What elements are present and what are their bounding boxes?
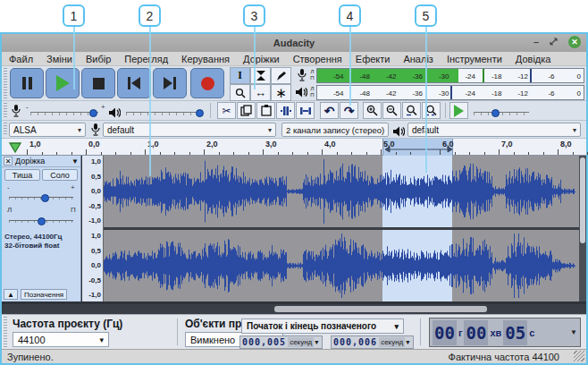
menu-11[interactable]: Довідка (516, 54, 551, 64)
selection-mode-dropdown[interactable]: Початок і кінець позначеного▾ (241, 318, 404, 334)
menu-2[interactable]: Зміни (46, 54, 72, 64)
timeline-ruler[interactable]: 1,00,01,02,03,04,05,06,07,08,0 (2, 139, 586, 156)
select-track-button[interactable]: Позначення (21, 289, 67, 300)
solo-button[interactable]: Соло (42, 169, 78, 181)
magnifier-icon (235, 88, 246, 98)
chevron-down-icon[interactable]: ▼ (570, 328, 577, 336)
waveform-display[interactable] (104, 156, 579, 301)
toolbar-grip[interactable] (4, 68, 7, 98)
track-menu-dropdown-icon[interactable]: ▼ (71, 157, 79, 166)
menu-1[interactable]: Файл (9, 54, 33, 64)
recording-volume-slider[interactable] (30, 112, 98, 115)
selection-tool-button[interactable]: I (230, 67, 250, 84)
playback-speed-thumb[interactable] (491, 109, 500, 117)
menu-10[interactable]: Інструменти (447, 54, 502, 64)
horizontal-scrollbar[interactable] (2, 304, 586, 314)
close-button[interactable]: ✕ (568, 36, 581, 48)
playback-volume-thumb[interactable] (196, 109, 204, 117)
skip-to-end-button[interactable] (153, 68, 187, 98)
silence-icon (299, 106, 312, 116)
multi-tool-button[interactable]: ∗ (271, 84, 291, 101)
selection-start-field[interactable]: 000,005 секунд ▼ (239, 335, 323, 349)
track-gain-slider[interactable] (9, 197, 73, 199)
menu-3[interactable]: Вибір (86, 54, 111, 64)
title-bar[interactable]: Audacity – ✕ (2, 34, 586, 52)
callout-line-3 (254, 27, 256, 89)
ruler-major-tick (86, 149, 87, 155)
recording-meter[interactable]: -54-48-42-36-30-24-18-12-60 (316, 68, 584, 83)
undo-button[interactable]: ↶ (320, 102, 339, 119)
toolbar-grip[interactable] (4, 317, 7, 347)
envelope-icon (256, 70, 266, 81)
trim-audio-button[interactable] (276, 102, 295, 119)
ruler-time-label: 8,0 (560, 140, 572, 149)
ruler-minor-tick (160, 152, 161, 155)
zoom-to-selection-button[interactable] (402, 102, 421, 119)
playback-meter[interactable]: -54-48-42-36-30-24-18-12-60 (316, 85, 584, 100)
track-name[interactable]: Доріжка (15, 157, 69, 166)
selection-end-field[interactable]: 000,006 секунд ▼ (331, 335, 414, 349)
paste-button[interactable] (256, 102, 275, 119)
stop-button[interactable] (81, 68, 115, 98)
track-pan-thumb[interactable] (38, 217, 46, 225)
double-arrow-icon: ↔ (255, 86, 266, 99)
vertical-scrollbar-thumb[interactable] (580, 157, 585, 243)
track-gain-thumb[interactable] (41, 194, 49, 202)
track-control-panel[interactable]: ✕ Доріжка ▼ Тиша Соло - + Л П Стерео, 44… (2, 156, 81, 301)
gain-minus-label: - (26, 103, 29, 111)
record-button[interactable] (190, 68, 224, 98)
waveform-channel-left[interactable] (104, 156, 579, 227)
menu-9[interactable]: Аналіз (403, 54, 433, 64)
chevron-down-icon[interactable]: ▼ (315, 339, 319, 346)
waveform-channel-right[interactable] (104, 230, 579, 301)
ruler-major-tick (263, 149, 264, 155)
input-device-dropdown[interactable]: default▾ (103, 123, 276, 137)
playback-speed-slider[interactable] (474, 112, 529, 115)
amplitude-scale-label: 0,0 (91, 261, 101, 269)
meter-scale-label: -54 (333, 89, 344, 98)
audio-position-display[interactable]: 00 г 00 хв 05 с ▼ (429, 318, 581, 347)
collapse-track-button[interactable]: ▲ (4, 289, 18, 300)
zoom-in-button[interactable] (363, 102, 382, 119)
track-close-icon[interactable]: ✕ (4, 157, 13, 166)
screenshot-stage: 12345 Audacity – ✕ ФайлЗміниВибірПерегля… (0, 0, 588, 365)
track-pan-slider[interactable] (9, 220, 73, 223)
pan-left-label: Л (7, 206, 12, 214)
toolbar-grip[interactable] (4, 123, 7, 136)
vertical-scale-ruler[interactable]: 1,00,50,0-0,5-1,01,00,50,0-0,5-1,0 (82, 156, 104, 301)
menu-7[interactable]: Створення (293, 54, 342, 64)
project-rate-dropdown[interactable]: 44100▾ (13, 332, 109, 347)
mixer-mic-icon (12, 105, 21, 121)
position-seconds: 05 (503, 320, 527, 345)
minimize-button-icon[interactable]: – (533, 36, 539, 48)
zoom-tool-button[interactable] (230, 84, 250, 101)
input-channels-dropdown[interactable]: 2 канали запису (стерео)▾ (281, 123, 389, 137)
output-device-dropdown[interactable]: default▾ (407, 123, 581, 137)
vertical-scrollbar[interactable] (579, 156, 586, 301)
resize-grip[interactable] (574, 351, 584, 361)
toolbar-row-1: I ↔ ∗ ЛП -54-48-42-36-30-24- (2, 66, 586, 101)
menu-5[interactable]: Керування (181, 54, 230, 64)
audio-host-dropdown[interactable]: ALSA▾ (9, 123, 86, 137)
skip-to-start-button[interactable] (117, 68, 151, 98)
silence-audio-button[interactable] (296, 102, 315, 119)
horizontal-scrollbar-thumb[interactable] (274, 306, 487, 312)
ruler-minor-tick (337, 152, 338, 155)
mute-button[interactable]: Тиша (4, 169, 40, 181)
track-header[interactable]: ✕ Доріжка ▼ (2, 156, 80, 167)
zoom-out-button[interactable] (382, 102, 401, 119)
copy-button[interactable] (237, 102, 256, 119)
pause-button[interactable] (10, 68, 44, 98)
menu-8[interactable]: Ефекти (356, 54, 391, 64)
maximize-button-icon[interactable] (550, 36, 558, 48)
playback-volume-slider[interactable] (126, 112, 201, 115)
menu-6[interactable]: Доріжки (243, 54, 280, 64)
menu-4[interactable]: Перегляд (124, 54, 168, 64)
chevron-down-icon[interactable]: ▼ (406, 339, 410, 346)
draw-tool-button[interactable] (271, 67, 291, 84)
recording-volume-thumb[interactable] (89, 109, 97, 117)
timeline-pin-icon[interactable] (9, 140, 21, 157)
toolbar-grip[interactable] (4, 103, 7, 118)
play-at-speed-button[interactable] (449, 102, 468, 119)
cut-button[interactable]: ✂ (217, 102, 236, 119)
